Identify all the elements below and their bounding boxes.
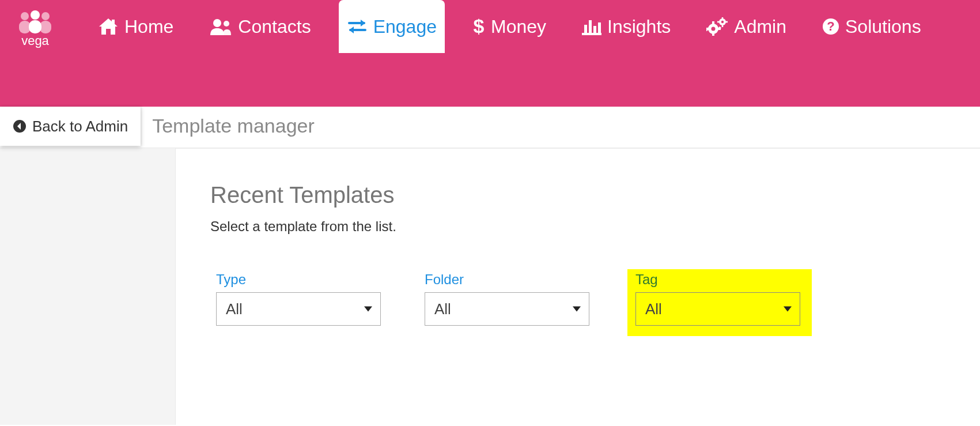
nav-item-solutions[interactable]: ? Solutions bbox=[814, 0, 929, 53]
svg-rect-15 bbox=[593, 26, 596, 33]
svg-rect-19 bbox=[712, 21, 714, 24]
filter-type-select[interactable]: All bbox=[216, 292, 381, 326]
filters-row: Type All Folder All Tag All bbox=[210, 269, 945, 336]
filter-tag-select[interactable]: All bbox=[635, 292, 800, 326]
svg-point-2 bbox=[41, 12, 50, 20]
filter-type: Type All bbox=[210, 269, 387, 336]
filter-folder-select[interactable]: All bbox=[425, 292, 589, 326]
filter-type-value: All bbox=[226, 300, 243, 318]
nav-row: vega Home Contacts bbox=[0, 0, 929, 53]
svg-rect-5 bbox=[29, 20, 41, 33]
nav-label: Contacts bbox=[238, 16, 311, 37]
svg-rect-28 bbox=[722, 25, 724, 28]
brand-logo[interactable]: vega bbox=[16, 5, 54, 48]
svg-point-0 bbox=[21, 12, 29, 20]
chevron-down-icon bbox=[784, 307, 792, 312]
nav-item-home[interactable]: Home bbox=[90, 0, 181, 53]
people-icon bbox=[16, 10, 54, 36]
svg-point-8 bbox=[224, 21, 229, 27]
svg-rect-13 bbox=[584, 25, 587, 33]
top-nav: vega Home Contacts bbox=[0, 0, 980, 107]
chevron-down-icon bbox=[364, 307, 372, 312]
section-heading: Recent Templates bbox=[210, 182, 945, 208]
exchange-icon bbox=[347, 18, 368, 35]
svg-point-26 bbox=[721, 21, 724, 23]
nav-item-insights[interactable]: Insights bbox=[574, 0, 679, 53]
svg-rect-16 bbox=[598, 22, 601, 33]
back-to-admin-button[interactable]: Back to Admin bbox=[0, 107, 141, 146]
nav-label: Insights bbox=[607, 16, 671, 37]
body: Recent Templates Select a template from … bbox=[0, 148, 980, 425]
filter-tag-value: All bbox=[645, 300, 662, 318]
nav-item-money[interactable]: $ Money bbox=[464, 0, 554, 53]
svg-rect-12 bbox=[582, 33, 601, 35]
svg-rect-14 bbox=[589, 20, 592, 33]
filter-tag: Tag All bbox=[627, 269, 812, 336]
brand-name: vega bbox=[21, 33, 49, 48]
svg-rect-30 bbox=[726, 21, 728, 23]
subheader: Back to Admin Template manager bbox=[0, 107, 980, 148]
left-rail bbox=[0, 148, 176, 425]
nav-label: Home bbox=[124, 16, 173, 37]
svg-text:$: $ bbox=[474, 17, 485, 36]
users-icon bbox=[209, 18, 232, 35]
svg-text:?: ? bbox=[827, 19, 834, 33]
filter-folder-value: All bbox=[434, 300, 451, 318]
filter-folder: Folder All bbox=[419, 269, 595, 336]
back-label: Back to Admin bbox=[32, 118, 128, 135]
nav-label: Money bbox=[491, 16, 546, 37]
nav-label: Solutions bbox=[845, 16, 921, 37]
filter-type-label: Type bbox=[216, 269, 381, 288]
section-subtext: Select a template from the list. bbox=[210, 218, 945, 235]
nav-item-contacts[interactable]: Contacts bbox=[201, 0, 319, 53]
nav-item-engage[interactable]: Engage bbox=[339, 0, 445, 53]
nav-label: Engage bbox=[373, 16, 437, 37]
main-panel: Recent Templates Select a template from … bbox=[176, 148, 980, 425]
chevron-down-icon bbox=[573, 307, 581, 312]
filter-tag-label: Tag bbox=[635, 269, 800, 288]
nav-item-admin[interactable]: Admin bbox=[698, 0, 794, 53]
svg-rect-6 bbox=[112, 20, 115, 24]
svg-point-7 bbox=[213, 19, 221, 27]
home-icon bbox=[98, 17, 119, 36]
bar-chart-icon bbox=[582, 18, 601, 35]
arrow-left-circle-icon bbox=[13, 119, 27, 133]
svg-rect-29 bbox=[717, 21, 720, 23]
page-title: Template manager bbox=[141, 107, 326, 148]
dollar-icon: $ bbox=[472, 17, 485, 36]
svg-point-4 bbox=[31, 10, 40, 20]
svg-point-18 bbox=[712, 27, 716, 31]
nav-label: Admin bbox=[734, 16, 786, 37]
question-circle-icon: ? bbox=[822, 18, 839, 35]
svg-rect-20 bbox=[712, 33, 714, 36]
gears-icon bbox=[706, 17, 728, 36]
filter-folder-label: Folder bbox=[425, 269, 589, 288]
svg-rect-27 bbox=[722, 17, 724, 19]
